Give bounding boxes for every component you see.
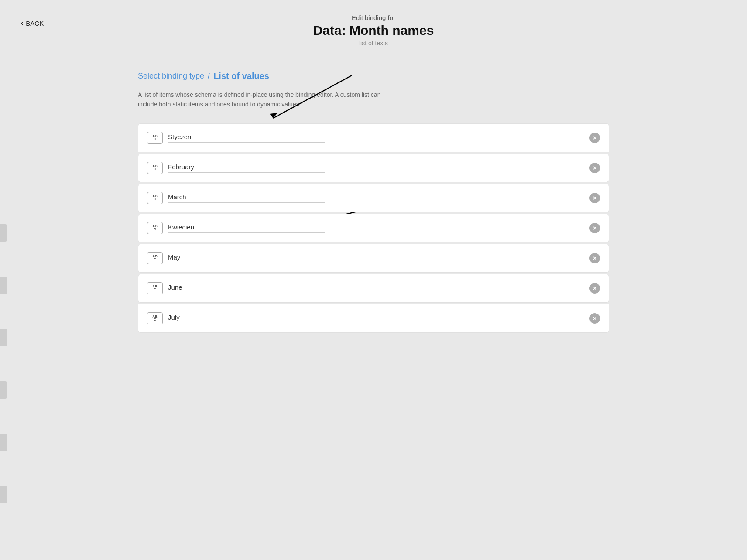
remove-icon: × xyxy=(593,285,596,291)
type-icon: AB C xyxy=(147,222,163,234)
remove-item-button[interactable]: × xyxy=(589,223,600,233)
remove-icon: × xyxy=(593,255,596,261)
item-input-wrapper xyxy=(168,223,584,233)
handle-2 xyxy=(0,277,7,294)
item-value-input[interactable] xyxy=(168,163,325,173)
back-label: BACK xyxy=(26,20,44,27)
item-input-wrapper xyxy=(168,193,584,203)
list-item: AB C × xyxy=(138,154,609,182)
type-icon-line2: C xyxy=(154,137,156,141)
type-icon-line2: C xyxy=(154,228,156,231)
remove-item-button[interactable]: × xyxy=(589,283,600,294)
type-icon: AB C xyxy=(147,132,163,144)
list-item: AB C × xyxy=(138,304,609,333)
type-icon: AB C xyxy=(147,162,163,174)
sidebar-handles xyxy=(0,224,7,503)
handle-1 xyxy=(0,224,7,242)
handle-6 xyxy=(0,486,7,503)
handle-4 xyxy=(0,381,7,399)
description-text: A list of items whose schema is defined … xyxy=(138,90,382,109)
list-item: AB C × xyxy=(138,123,609,152)
item-input-wrapper xyxy=(168,283,584,293)
type-icon: AB C xyxy=(147,312,163,324)
page-title: Data: Month names xyxy=(0,23,747,38)
type-icon-line2: C xyxy=(154,318,156,321)
type-icon: AB C xyxy=(147,252,163,264)
list-item: AB C × xyxy=(138,214,609,242)
page-wrapper: ‹ BACK Edit binding for Data: Month name… xyxy=(0,0,747,560)
item-value-input[interactable] xyxy=(168,193,325,203)
item-value-input[interactable] xyxy=(168,133,325,143)
items-area: AB C × AB C xyxy=(138,123,609,335)
breadcrumb-separator: / xyxy=(208,72,210,81)
remove-icon: × xyxy=(593,315,596,321)
type-icon-line2: C xyxy=(154,288,156,291)
item-input-wrapper xyxy=(168,253,584,263)
header-subtitle: list of texts xyxy=(0,40,747,47)
list-item: AB C × xyxy=(138,244,609,273)
remove-icon: × xyxy=(593,165,596,171)
breadcrumb-current: List of values xyxy=(213,71,269,81)
remove-icon: × xyxy=(593,135,596,141)
remove-icon: × xyxy=(593,195,596,201)
remove-item-button[interactable]: × xyxy=(589,163,600,173)
back-chevron-icon: ‹ xyxy=(21,19,23,27)
item-input-wrapper xyxy=(168,133,584,143)
list-item: AB C × xyxy=(138,184,609,212)
item-input-wrapper xyxy=(168,163,584,173)
handle-5 xyxy=(0,434,7,451)
back-button[interactable]: ‹ BACK xyxy=(21,19,44,27)
type-icon-line2: C xyxy=(154,198,156,201)
svg-marker-1 xyxy=(270,113,278,118)
remove-item-button[interactable]: × xyxy=(589,253,600,263)
breadcrumb: Select binding type / List of values xyxy=(138,71,609,81)
header: ‹ BACK Edit binding for Data: Month name… xyxy=(0,0,747,54)
main-content: Select binding type / List of values A l… xyxy=(112,54,635,335)
remove-item-button[interactable]: × xyxy=(589,193,600,203)
item-input-wrapper xyxy=(168,314,584,323)
type-icon: AB C xyxy=(147,192,163,204)
item-value-input[interactable] xyxy=(168,253,325,263)
list-item: AB C × xyxy=(138,274,609,303)
type-icon-line2: C xyxy=(154,167,156,171)
items-list: AB C × AB C xyxy=(138,123,609,335)
item-value-input[interactable] xyxy=(168,314,325,323)
item-value-input[interactable] xyxy=(168,283,325,293)
type-icon-line2: C xyxy=(154,258,156,261)
item-value-input[interactable] xyxy=(168,223,325,233)
remove-item-button[interactable]: × xyxy=(589,313,600,324)
breadcrumb-link[interactable]: Select binding type xyxy=(138,72,204,81)
type-icon: AB C xyxy=(147,282,163,294)
edit-binding-label: Edit binding for xyxy=(0,14,747,21)
handle-3 xyxy=(0,329,7,346)
remove-item-button[interactable]: × xyxy=(589,133,600,143)
remove-icon: × xyxy=(593,225,596,231)
